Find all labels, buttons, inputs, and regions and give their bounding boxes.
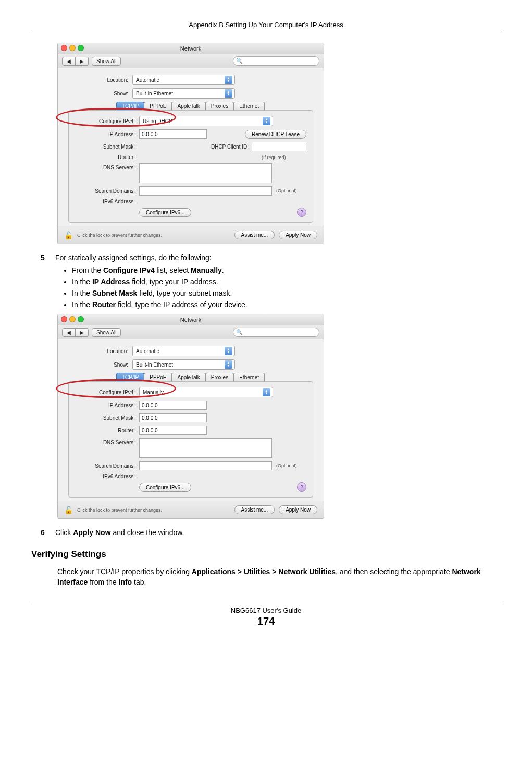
show-all-button[interactable]: Show All — [92, 328, 121, 337]
show-select[interactable]: Built-in Ethernet ▲▼ — [132, 88, 235, 99]
location-value: Automatic — [136, 348, 159, 354]
search-input[interactable] — [233, 328, 319, 337]
dhcp-client-id-label: DHCP Client ID: — [211, 144, 249, 150]
dns-servers-field[interactable] — [139, 163, 272, 183]
router-label: Router: — [75, 428, 139, 433]
tcpip-panel: Configure IPv4: Using DHCP ▲▼ IP Address… — [68, 110, 313, 223]
configure-ipv4-label: Configure IPv4: — [75, 118, 139, 124]
lock-icon[interactable]: 🔓 — [64, 506, 73, 514]
list-item: In the Router field, type the IP address… — [72, 300, 501, 309]
traffic-lights — [61, 316, 84, 322]
page-number: 174 — [31, 615, 501, 627]
search-domains-label: Search Domains: — [75, 463, 139, 469]
apply-now-button[interactable]: Apply Now — [279, 505, 317, 514]
apply-now-button[interactable]: Apply Now — [279, 231, 317, 239]
subnet-mask-label: Subnet Mask: — [75, 415, 139, 421]
location-select[interactable]: Automatic ▲▼ — [132, 75, 235, 85]
ip-address-label: IP Address: — [75, 131, 139, 137]
configure-ipv4-value: Manually — [143, 390, 164, 395]
tab-proxies[interactable]: Proxies — [205, 373, 234, 381]
renew-dhcp-button[interactable]: Renew DHCP Lease — [245, 130, 306, 139]
assist-me-button[interactable]: Assist me... — [234, 231, 275, 239]
chevron-updown-icon: ▲▼ — [225, 360, 232, 369]
assist-me-button[interactable]: Assist me... — [234, 505, 275, 514]
tcpip-panel: Configure IPv4: Manually ▲▼ IP Address: … — [68, 381, 313, 498]
if-required-hint: (If required) — [262, 155, 286, 160]
show-select[interactable]: Built-in Ethernet ▲▼ — [132, 359, 235, 370]
location-select[interactable]: Automatic ▲▼ — [132, 346, 235, 356]
footer-divider — [31, 603, 501, 603]
zoom-icon[interactable] — [78, 316, 84, 322]
show-all-button[interactable]: Show All — [92, 57, 121, 66]
ip-address-field[interactable] — [139, 401, 207, 410]
minimize-icon[interactable] — [69, 316, 76, 322]
close-icon[interactable] — [61, 45, 67, 51]
search-icon: 🔍 — [236, 58, 242, 64]
chevron-updown-icon: ▲▼ — [225, 76, 232, 84]
tab-appletalk[interactable]: AppleTalk — [171, 102, 205, 110]
window-footer: 🔓 Click the lock to prevent further chan… — [58, 501, 324, 518]
page-header: Appendix B Setting Up Your Computer's IP… — [31, 21, 501, 32]
tab-ethernet[interactable]: Ethernet — [233, 373, 265, 381]
optional-hint: (Optional) — [276, 463, 297, 468]
book-name: NBG6617 User's Guide — [31, 607, 501, 614]
show-value: Built-in Ethernet — [136, 91, 173, 96]
tab-strip: TCP/IP PPPoE AppleTalk Proxies Ethernet — [68, 373, 313, 381]
step-5-bullets: From the Configure IPv4 list, select Man… — [72, 266, 501, 309]
dhcp-client-id-field[interactable] — [252, 142, 306, 151]
show-value: Built-in Ethernet — [136, 362, 173, 368]
configure-ipv6-button[interactable]: Configure IPv6... — [139, 208, 191, 217]
list-item: From the Configure IPv4 list, select Man… — [72, 266, 501, 274]
dns-servers-label: DNS Servers: — [75, 163, 139, 171]
ip-address-field[interactable] — [139, 129, 207, 139]
configure-ipv6-button[interactable]: Configure IPv6... — [139, 483, 191, 492]
window-footer: 🔓 Click the lock to prevent further chan… — [58, 226, 324, 244]
configure-ipv4-select[interactable]: Using DHCP ▲▼ — [139, 116, 273, 126]
configure-ipv4-select[interactable]: Manually ▲▼ — [139, 387, 273, 397]
mac-network-window-manual: Network ◀ ▶ Show All 🔍 Location: Automat… — [57, 314, 324, 519]
zoom-icon[interactable] — [78, 45, 84, 51]
list-item: In the IP Address field, type your IP ad… — [72, 277, 501, 286]
search-domains-field[interactable] — [139, 186, 272, 196]
window-title: Network — [180, 317, 201, 323]
tab-proxies[interactable]: Proxies — [205, 102, 234, 110]
show-label: Show: — [68, 362, 132, 368]
forward-button[interactable]: ▶ — [76, 57, 89, 66]
back-button[interactable]: ◀ — [62, 328, 76, 337]
dns-servers-field[interactable] — [139, 438, 272, 458]
back-button[interactable]: ◀ — [62, 57, 76, 66]
configure-ipv4-label: Configure IPv4: — [75, 390, 139, 395]
window-title: Network — [180, 45, 201, 52]
subnet-mask-field[interactable] — [139, 413, 207, 422]
lock-icon[interactable]: 🔓 — [64, 231, 73, 239]
help-icon[interactable]: ? — [297, 208, 306, 217]
search-input[interactable] — [233, 56, 319, 66]
tab-tcpip[interactable]: TCP/IP — [116, 373, 144, 381]
help-icon[interactable]: ? — [297, 482, 306, 492]
window-titlebar: Network — [58, 43, 324, 54]
tab-tcpip[interactable]: TCP/IP — [116, 102, 144, 110]
show-label: Show: — [68, 91, 132, 96]
tab-pppoe[interactable]: PPPoE — [144, 373, 172, 381]
search-icon: 🔍 — [236, 329, 242, 335]
step-5-text: For statically assigned settings, do the… — [55, 253, 212, 262]
verifying-settings-para: Check your TCP/IP properties by clicking… — [57, 567, 501, 587]
search-domains-field[interactable] — [139, 461, 272, 470]
forward-button[interactable]: ▶ — [76, 328, 89, 337]
close-icon[interactable] — [61, 316, 67, 322]
search-domains-label: Search Domains: — [75, 188, 139, 194]
router-label: Router: — [75, 154, 139, 160]
tab-appletalk[interactable]: AppleTalk — [171, 373, 205, 381]
optional-hint: (Optional) — [276, 188, 297, 193]
router-field[interactable] — [139, 426, 207, 435]
location-value: Automatic — [136, 77, 159, 83]
minimize-icon[interactable] — [69, 45, 76, 51]
chevron-updown-icon: ▲▼ — [263, 117, 270, 125]
window-titlebar: Network — [58, 314, 324, 325]
subnet-mask-label: Subnet Mask: — [75, 144, 139, 150]
location-label: Location: — [68, 348, 132, 354]
step-6: 6 Click Apply Now and close the window. — [41, 528, 501, 537]
tab-pppoe[interactable]: PPPoE — [144, 102, 172, 110]
chevron-updown-icon: ▲▼ — [225, 347, 232, 355]
tab-ethernet[interactable]: Ethernet — [233, 102, 265, 110]
